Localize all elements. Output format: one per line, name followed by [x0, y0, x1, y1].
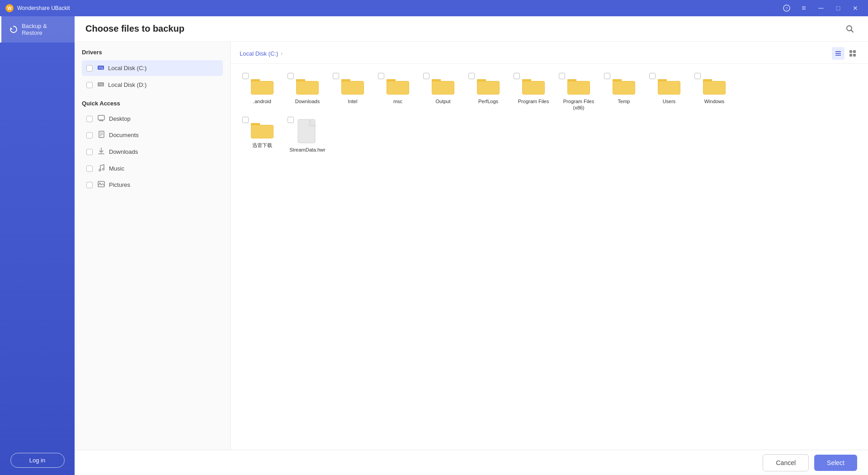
- folder-checkbox-downloads[interactable]: [288, 73, 294, 79]
- folder-users[interactable]: Users: [646, 71, 692, 115]
- svg-rect-59: [613, 81, 635, 94]
- driver-checkbox-c[interactable]: [86, 65, 93, 71]
- minimize-button[interactable]: ─: [814, 2, 828, 14]
- login-button[interactable]: Log in: [10, 453, 65, 468]
- downloads-icon: [97, 147, 105, 156]
- qa-item-desktop[interactable]: Desktop: [82, 111, 223, 126]
- qa-item-documents[interactable]: Documents: [82, 127, 223, 143]
- folder-temp[interactable]: Temp: [601, 71, 646, 115]
- svg-rect-65: [703, 81, 725, 94]
- maximize-button[interactable]: □: [831, 2, 845, 14]
- cancel-button[interactable]: Cancel: [763, 454, 809, 471]
- files-row-2: 迅雷下载 StreamData.: [240, 115, 859, 157]
- files-panel: Local Disk (C:) ›: [231, 42, 868, 450]
- qa-checkbox-desktop[interactable]: [86, 116, 93, 122]
- folder-icon-intel: [340, 75, 365, 95]
- folder-downloads[interactable]: Downloads: [285, 71, 330, 115]
- qa-checkbox-downloads[interactable]: [86, 149, 93, 155]
- topbar: Choose files to backup: [75, 16, 868, 42]
- list-view-button[interactable]: [832, 47, 844, 60]
- svg-point-9: [102, 68, 103, 69]
- svg-marker-4: [10, 27, 13, 29]
- sidebar-item-backup-restore[interactable]: Backup & Restore: [0, 16, 75, 43]
- svg-rect-24: [98, 181, 104, 187]
- folder-checkbox-program-files-x86[interactable]: [559, 73, 565, 79]
- svg-rect-29: [849, 50, 852, 53]
- folder-checkbox-msc[interactable]: [378, 73, 384, 79]
- folder-label-perflogs: PerfLogs: [478, 98, 498, 104]
- svg-text:W: W: [7, 6, 12, 11]
- grid-view-button[interactable]: [846, 47, 859, 60]
- folder-icon-android: [250, 75, 274, 95]
- driver-item-local-d[interactable]: Local Disk (D:): [82, 77, 223, 93]
- folder-checkbox-windows[interactable]: [694, 73, 701, 79]
- file-streamdata[interactable]: StreamData.hwr: [285, 115, 330, 157]
- folder-program-files-x86[interactable]: Program Files (x86): [556, 71, 601, 115]
- folder-label-program-files: Program Files: [518, 98, 549, 104]
- svg-point-12: [102, 85, 103, 86]
- titlebar: W Wondershare UBackit ? ≡ ─ □ ✕: [0, 0, 868, 16]
- folder-label-windows: Windows: [704, 98, 725, 104]
- folder-perflogs[interactable]: PerfLogs: [466, 71, 511, 115]
- sidebar-footer: Log in: [0, 446, 75, 475]
- app-body: Backup & Restore Log in Choose files to …: [0, 16, 868, 475]
- select-button[interactable]: Select: [814, 455, 857, 471]
- folder-icon-users: [657, 75, 681, 95]
- drivers-section-title: Drivers: [82, 49, 223, 56]
- svg-rect-50: [477, 81, 499, 94]
- menu-button[interactable]: ≡: [797, 2, 811, 14]
- folder-checkbox-perflogs[interactable]: [468, 73, 475, 79]
- folder-label-temp: Temp: [618, 98, 630, 104]
- drive-icon-d: [97, 81, 104, 89]
- documents-icon: [97, 131, 105, 139]
- folder-output[interactable]: Output: [420, 71, 466, 115]
- folder-program-files[interactable]: Program Files: [511, 71, 556, 115]
- folder-thunder-dl[interactable]: 迅雷下载: [240, 115, 285, 157]
- file-checkbox-streamdata[interactable]: [288, 117, 294, 123]
- qa-checkbox-documents[interactable]: [86, 132, 93, 138]
- help-button[interactable]: ?: [779, 2, 794, 14]
- folder-checkbox-output[interactable]: [423, 73, 429, 79]
- bottom-bar: Cancel Select: [75, 450, 868, 475]
- content-area: Choose files to backup Drivers: [75, 16, 868, 475]
- folder-checkbox-users[interactable]: [649, 73, 656, 79]
- qa-label-documents: Documents: [109, 132, 139, 138]
- close-button[interactable]: ✕: [848, 2, 863, 14]
- folder-icon-msc: [386, 75, 410, 95]
- folder-msc[interactable]: msc: [375, 71, 420, 115]
- svg-rect-56: [568, 81, 590, 94]
- qa-checkbox-music[interactable]: [86, 166, 93, 172]
- folder-checkbox-android[interactable]: [242, 73, 249, 79]
- driver-checkbox-d[interactable]: [86, 82, 93, 88]
- driver-label-d: Local Disk (D:): [108, 81, 146, 88]
- folder-checkbox-intel[interactable]: [333, 73, 339, 79]
- qa-label-music: Music: [109, 165, 124, 172]
- qa-checkbox-pictures[interactable]: [86, 182, 93, 188]
- folder-windows[interactable]: Windows: [692, 71, 737, 115]
- qa-item-downloads[interactable]: Downloads: [82, 144, 223, 160]
- svg-rect-41: [342, 81, 363, 94]
- folder-label-program-files-x86: Program Files (x86): [559, 98, 599, 111]
- qa-item-music[interactable]: Music: [82, 161, 223, 176]
- svg-rect-30: [853, 50, 856, 53]
- svg-rect-38: [297, 81, 318, 94]
- folder-android[interactable]: .android: [240, 71, 285, 115]
- svg-rect-44: [387, 81, 409, 94]
- folder-checkbox-temp[interactable]: [604, 73, 610, 79]
- quick-access-title: Quick Access: [82, 100, 223, 107]
- svg-rect-32: [853, 54, 856, 57]
- folder-checkbox-thunder-dl[interactable]: [242, 117, 249, 123]
- folder-label-users: Users: [663, 98, 676, 104]
- files-row-1: .android Downloads: [240, 71, 859, 115]
- folder-checkbox-program-files[interactable]: [514, 73, 520, 79]
- driver-item-local-c[interactable]: Local Disk (C:): [82, 60, 223, 76]
- search-button[interactable]: [843, 22, 857, 36]
- app-title: Wondershare UBackit: [17, 5, 779, 11]
- folder-icon-downloads: [295, 75, 320, 95]
- file-browser: Drivers Local Disk (C:): [75, 42, 868, 450]
- desktop-icon: [97, 115, 105, 123]
- folder-intel[interactable]: Intel: [330, 71, 375, 115]
- folder-label-downloads: Downloads: [295, 98, 320, 104]
- svg-text:?: ?: [785, 6, 788, 11]
- qa-item-pictures[interactable]: Pictures: [82, 177, 223, 192]
